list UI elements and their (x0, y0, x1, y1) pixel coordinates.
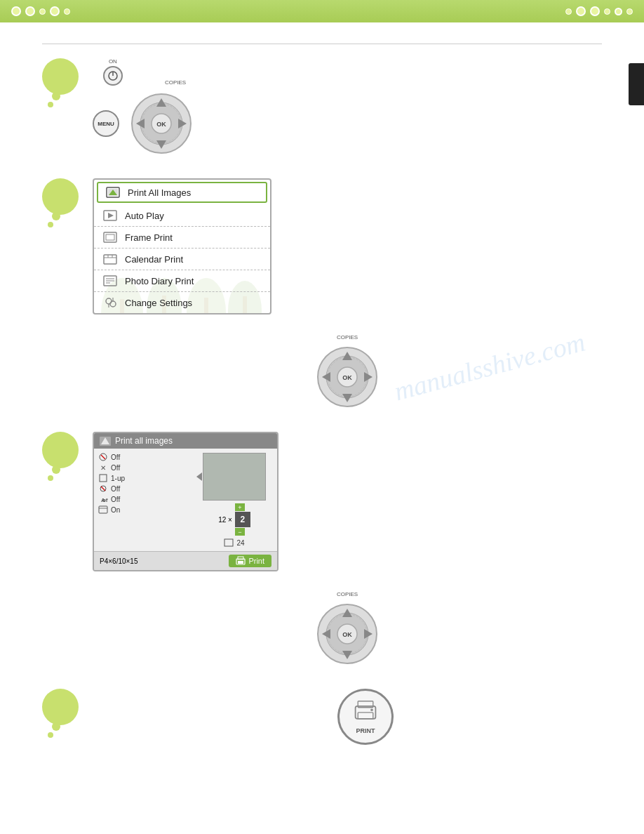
screen-footer: P4×6/10×15 Print (94, 551, 277, 570)
menu-panel: Print All Images Auto Play (93, 178, 271, 315)
copies-minus-button[interactable]: − (235, 528, 245, 536)
svg-text:✕: ✕ (100, 464, 106, 472)
menu-item-auto-play[interactable]: Auto Play (94, 205, 270, 227)
svg-text:off: off (102, 497, 108, 503)
step-1-row: ON COPIES MENU (42, 58, 602, 159)
svg-rect-52 (100, 475, 107, 482)
menu-item-change-settings[interactable]: Change Settings (94, 292, 270, 313)
frame-print-icon (102, 231, 118, 244)
menu-item-frame-print[interactable]: Frame Print (94, 227, 270, 249)
dot-r4 (604, 8, 610, 15)
setting-2-icon: ✕ (98, 463, 108, 472)
header-bar (0, 0, 644, 22)
step-5-row: COPIES OK (42, 591, 602, 669)
copies-label-1: COPIES (165, 79, 186, 86)
dot-3 (39, 8, 46, 15)
svg-text:OK: OK (342, 374, 352, 381)
total-row: 24 (224, 538, 244, 547)
menu-item-photo-diary-print[interactable]: Photo Diary Print (94, 270, 270, 292)
print-button-screen-label: Print (248, 557, 264, 565)
dot-5 (64, 8, 70, 15)
power-icon (107, 70, 119, 81)
dot-r5 (615, 8, 622, 15)
setting-6-icon (98, 505, 108, 514)
preview-box (203, 453, 266, 501)
setting-2: ✕ Off (98, 463, 192, 472)
setting-3-icon (98, 474, 108, 482)
step-3-row: COPIES OK (42, 334, 602, 412)
svg-text:OK: OK (156, 121, 166, 128)
svg-line-50 (101, 455, 105, 459)
copies-row: 12 × + 2 − (218, 503, 250, 536)
screen-header: Print all images (94, 433, 277, 449)
screen-right-panel: 12 × + 2 − 24 (196, 453, 273, 547)
step-4-bubble (42, 432, 79, 468)
calendar-print-icon (102, 253, 118, 265)
screen-settings-list: Off ✕ Off 1-up (98, 453, 192, 547)
svg-rect-59 (224, 539, 233, 546)
main-content: ON COPIES MENU (0, 22, 644, 779)
copies-multiplier-label: 12 × (218, 516, 232, 524)
copies-label-2: COPIES (337, 334, 358, 340)
dot-1 (11, 6, 21, 16)
preview-arrow (196, 472, 202, 481)
setting-5-value: Off (111, 496, 120, 503)
menu-item-print-all[interactable]: Print All Images (97, 182, 267, 203)
setting-2-value: Off (111, 464, 120, 472)
step-2-row: Print All Images Auto Play (42, 178, 602, 315)
dot-r1 (565, 8, 572, 15)
svg-rect-73 (358, 713, 373, 719)
dot-2 (25, 6, 35, 16)
screen-panel: Print all images Off ✕ (93, 432, 279, 571)
print-icon-small (236, 556, 246, 566)
menu-item-print-all-label: Print All Images (128, 187, 191, 198)
menu-item-change-settings-label: Change Settings (125, 298, 192, 308)
menu-item-photo-diary-label: Photo Diary Print (125, 276, 194, 286)
step-2-bubble (42, 178, 79, 215)
print-button-label: PRINT (356, 727, 375, 734)
print-all-icon (105, 186, 121, 199)
dpad-controller-1[interactable]: OK (126, 88, 196, 159)
print-button-large[interactable]: PRINT (337, 689, 394, 745)
setting-3-value: 1-up (111, 475, 125, 482)
dpad-controller-3[interactable]: OK (312, 599, 382, 669)
copies-plus-button[interactable]: + (235, 503, 245, 511)
setting-5-icon: A off (98, 495, 108, 503)
menu-item-calendar-print[interactable]: Calendar Print (94, 249, 270, 270)
header-dots-right (565, 6, 633, 16)
dot-r3 (590, 6, 600, 16)
setting-1: Off (98, 453, 192, 461)
svg-rect-61 (238, 561, 243, 564)
setting-6-value: On (111, 506, 120, 514)
screen-body: Off ✕ Off 1-up (94, 449, 277, 551)
top-divider (42, 44, 602, 44)
dpad-controller-2[interactable]: OK (312, 342, 382, 412)
auto-play-icon (102, 209, 118, 222)
menu-item-auto-play-label: Auto Play (125, 211, 164, 221)
power-button[interactable] (103, 66, 123, 86)
menu-item-calendar-print-label: Calendar Print (125, 254, 183, 265)
step-1-controller: ON COPIES MENU (93, 58, 196, 159)
total-value: 24 (236, 539, 244, 547)
paper-size: P4×6/10×15 (100, 557, 138, 565)
print-button-screen[interactable]: Print (229, 555, 271, 567)
menu-button[interactable]: MENU (93, 110, 119, 137)
screen-title: Print all images (115, 436, 173, 446)
setting-4-icon (98, 484, 108, 493)
copies-number: 2 (235, 512, 250, 527)
dot-r2 (576, 6, 586, 16)
svg-marker-23 (108, 213, 114, 218)
dot-4 (50, 6, 60, 16)
svg-rect-57 (99, 506, 107, 513)
photo-diary-print-icon (102, 274, 118, 287)
svg-line-54 (101, 486, 105, 491)
copies-label-3: COPIES (337, 591, 358, 597)
header-dots-left (11, 6, 70, 16)
change-settings-icon (102, 296, 118, 309)
svg-text:OK: OK (342, 631, 352, 638)
setting-5: A off Off (98, 495, 192, 503)
step-6-row: PRINT (42, 689, 602, 745)
step-4-row: Print all images Off ✕ (42, 432, 602, 571)
setting-6: On (98, 505, 192, 514)
svg-rect-26 (104, 255, 116, 264)
